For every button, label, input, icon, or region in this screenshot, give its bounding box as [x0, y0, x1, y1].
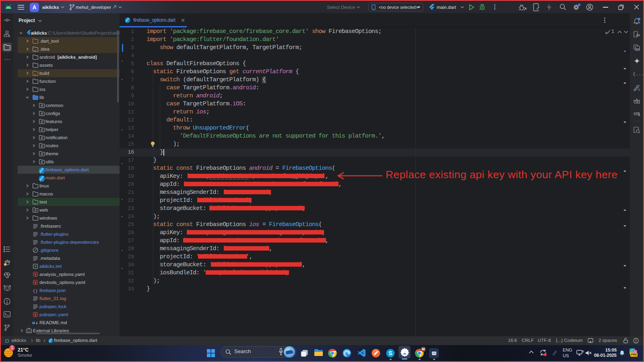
svg-text:S: S — [388, 350, 392, 356]
svg-text:B: B — [582, 350, 584, 353]
